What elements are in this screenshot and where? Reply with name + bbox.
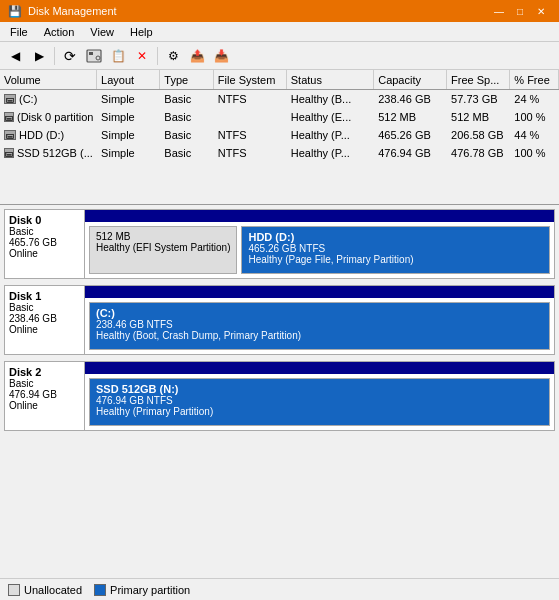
cell-layout: Simple: [97, 108, 160, 125]
menu-help[interactable]: Help: [124, 25, 159, 39]
partition-block-0[interactable]: (C:) 238.46 GB NTFS Healthy (Boot, Crash…: [89, 302, 550, 350]
disk-label-0: Disk 0 Basic 465.76 GB Online: [5, 210, 85, 278]
menu-bar: File Action View Help: [0, 22, 559, 42]
disk-section: Disk 0 Basic 465.76 GB Online512 MB Heal…: [0, 205, 559, 578]
table-row[interactable]: 🖴(Disk 0 partition 1) Simple Basic Healt…: [0, 108, 559, 126]
cell-freepct: 24 %: [510, 90, 559, 107]
toolbar: ◀ ▶ ⟳ 📋 ✕ ⚙ 📤 📥: [0, 42, 559, 70]
table-row[interactable]: 🖴SSD 512GB (... Simple Basic NTFS Health…: [0, 144, 559, 162]
import-button[interactable]: 📥: [210, 45, 232, 67]
disk-size: 476.94 GB: [9, 389, 80, 400]
disk-header-bar: [85, 210, 554, 222]
disk-header-bar: [85, 362, 554, 374]
app-title: Disk Management: [28, 5, 117, 17]
table-row[interactable]: 🖴HDD (D:) Simple Basic NTFS Healthy (P..…: [0, 126, 559, 144]
part-sublabel: Healthy (Primary Partition): [96, 406, 543, 417]
disk-partitions-2: SSD 512GB (N:) 476.94 GB NTFS Healthy (P…: [85, 362, 554, 430]
table-body: 🖴(C:) Simple Basic NTFS Healthy (B... 23…: [0, 90, 559, 162]
disk-row-2: Disk 2 Basic 476.94 GB OnlineSSD 512GB (…: [4, 361, 555, 431]
legend-unallocated-label: Unallocated: [24, 584, 82, 596]
window-controls: — □ ✕: [489, 4, 551, 18]
part-label: 238.46 GB NTFS: [96, 319, 543, 330]
legend-primary-box: [94, 584, 106, 596]
disk-size: 465.76 GB: [9, 237, 80, 248]
close-button[interactable]: ✕: [531, 4, 551, 18]
cell-freepct: 100 %: [510, 108, 559, 125]
cell-freepct: 44 %: [510, 126, 559, 143]
disk-name: Disk 1: [9, 290, 80, 302]
menu-action[interactable]: Action: [38, 25, 81, 39]
properties-button[interactable]: 📋: [107, 45, 129, 67]
col-header-volume[interactable]: Volume: [0, 70, 97, 89]
part-name: (C:): [96, 307, 543, 319]
legend-primary-label: Primary partition: [110, 584, 190, 596]
table-header: Volume Layout Type File System Status Ca…: [0, 70, 559, 90]
toolbar-separator-2: [157, 47, 158, 65]
cell-type: Basic: [160, 90, 214, 107]
disk-header-bar: [85, 286, 554, 298]
partition-block-0[interactable]: SSD 512GB (N:) 476.94 GB NTFS Healthy (P…: [89, 378, 550, 426]
col-header-type[interactable]: Type: [160, 70, 214, 89]
disk-parts-row: (C:) 238.46 GB NTFS Healthy (Boot, Crash…: [85, 298, 554, 354]
disk-name: Disk 0: [9, 214, 80, 226]
app-icon: 💾: [8, 5, 22, 18]
minimize-button[interactable]: —: [489, 4, 509, 18]
legend-unallocated-box: [8, 584, 20, 596]
cell-volume: 🖴(Disk 0 partition 1): [0, 108, 97, 125]
part-label: 476.94 GB NTFS: [96, 395, 543, 406]
col-header-fs[interactable]: File System: [214, 70, 287, 89]
cell-volume: 🖴SSD 512GB (...: [0, 144, 97, 161]
cell-freesp: 206.58 GB: [447, 126, 510, 143]
export-button[interactable]: 📤: [186, 45, 208, 67]
disk-partitions-0: 512 MB Healthy (EFI System Partition)HDD…: [85, 210, 554, 278]
col-header-freepct[interactable]: % Free: [510, 70, 559, 89]
disk-parts-row: 512 MB Healthy (EFI System Partition)HDD…: [85, 222, 554, 278]
cell-capacity: 512 MB: [374, 108, 447, 125]
cell-fs: NTFS: [214, 126, 287, 143]
disk-name: Disk 2: [9, 366, 80, 378]
partition-block-1[interactable]: HDD (D:) 465.26 GB NTFS Healthy (Page Fi…: [241, 226, 550, 274]
legend-bar: Unallocated Primary partition: [0, 578, 559, 600]
forward-button[interactable]: ▶: [28, 45, 50, 67]
cell-type: Basic: [160, 126, 214, 143]
partition-block-0[interactable]: 512 MB Healthy (EFI System Partition): [89, 226, 237, 274]
legend-primary: Primary partition: [94, 584, 190, 596]
cell-fs: NTFS: [214, 90, 287, 107]
col-header-capacity[interactable]: Capacity: [374, 70, 447, 89]
part-label: 512 MB: [96, 231, 230, 242]
menu-view[interactable]: View: [84, 25, 120, 39]
main-content: Volume Layout Type File System Status Ca…: [0, 70, 559, 600]
disk-type: Basic: [9, 378, 80, 389]
col-header-status[interactable]: Status: [287, 70, 374, 89]
menu-file[interactable]: File: [4, 25, 34, 39]
cell-fs: [214, 108, 287, 125]
col-header-freesp[interactable]: Free Sp...: [447, 70, 510, 89]
table-row[interactable]: 🖴(C:) Simple Basic NTFS Healthy (B... 23…: [0, 90, 559, 108]
help-button[interactable]: ⚙: [162, 45, 184, 67]
delete-button[interactable]: ✕: [131, 45, 153, 67]
disk-button[interactable]: [83, 45, 105, 67]
maximize-button[interactable]: □: [510, 4, 530, 18]
cell-layout: Simple: [97, 126, 160, 143]
col-header-layout[interactable]: Layout: [97, 70, 160, 89]
back-button[interactable]: ◀: [4, 45, 26, 67]
part-sublabel: Healthy (Boot, Crash Dump, Primary Parti…: [96, 330, 543, 341]
cell-layout: Simple: [97, 144, 160, 161]
cell-capacity: 465.26 GB: [374, 126, 447, 143]
part-name: HDD (D:): [248, 231, 543, 243]
toolbar-separator-1: [54, 47, 55, 65]
cell-freesp: 476.78 GB: [447, 144, 510, 161]
cell-freepct: 100 %: [510, 144, 559, 161]
disk-label-2: Disk 2 Basic 476.94 GB Online: [5, 362, 85, 430]
cell-status: Healthy (P...: [287, 144, 374, 161]
disk-row-1: Disk 1 Basic 238.46 GB Online(C:) 238.46…: [4, 285, 555, 355]
disk-partitions-1: (C:) 238.46 GB NTFS Healthy (Boot, Crash…: [85, 286, 554, 354]
legend-unallocated: Unallocated: [8, 584, 82, 596]
part-label: 465.26 GB NTFS: [248, 243, 543, 254]
cell-type: Basic: [160, 144, 214, 161]
cell-volume: 🖴HDD (D:): [0, 126, 97, 143]
cell-volume: 🖴(C:): [0, 90, 97, 107]
disk-status: Online: [9, 248, 80, 259]
refresh-button[interactable]: ⟳: [59, 45, 81, 67]
cell-status: Healthy (P...: [287, 126, 374, 143]
